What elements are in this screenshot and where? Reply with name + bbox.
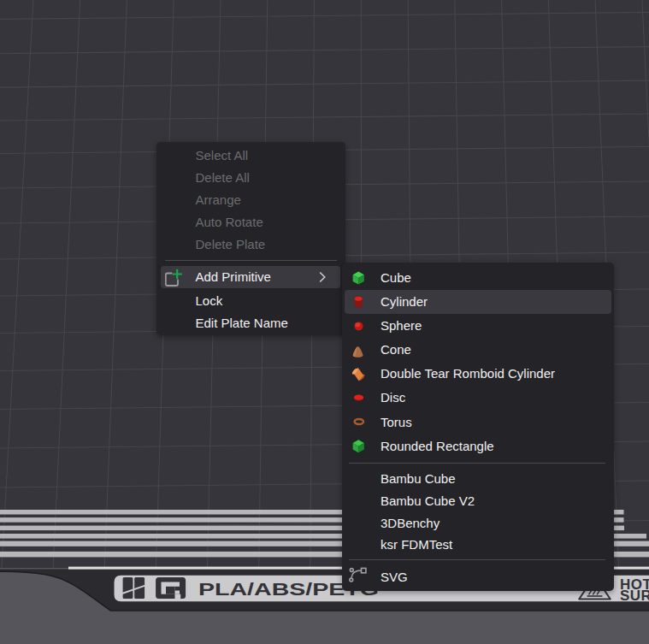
svg-text:SUR: SUR [620, 588, 649, 604]
